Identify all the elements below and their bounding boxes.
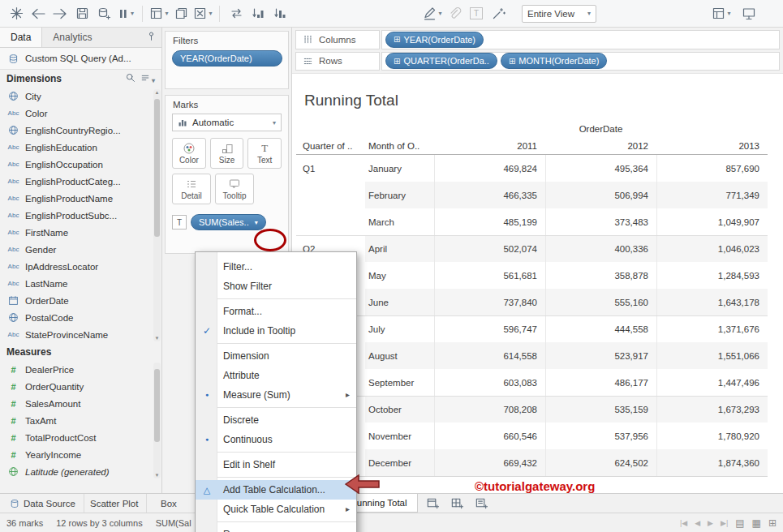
measure-item[interactable]: #OrderQuantity bbox=[0, 378, 161, 395]
redo-icon[interactable] bbox=[50, 3, 70, 24]
show-tabs-icon[interactable]: ⊞ bbox=[768, 517, 777, 529]
menu-item-filter[interactable]: Filter... bbox=[196, 257, 356, 277]
clear-sheet-icon[interactable]: ▾ bbox=[193, 3, 213, 24]
new-dashboard-icon[interactable] bbox=[448, 496, 466, 509]
measure-item[interactable]: #TaxAmt bbox=[0, 412, 161, 429]
value-cell[interactable]: 857,690 bbox=[656, 155, 768, 182]
value-cell[interactable]: 1,046,023 bbox=[656, 236, 768, 262]
filters-shelf[interactable]: YEAR(OrderDate) bbox=[166, 49, 288, 68]
menu-item-format[interactable]: Format... bbox=[196, 302, 356, 321]
quarter-cell[interactable]: Q1 bbox=[296, 155, 365, 182]
value-cell[interactable]: 537,956 bbox=[545, 423, 656, 449]
value-cell[interactable]: 614,558 bbox=[434, 342, 545, 369]
sort-descending-icon[interactable] bbox=[270, 3, 290, 24]
measure-item[interactable]: #YearlyIncome bbox=[0, 446, 161, 463]
datasource-item[interactable]: Custom SQL Query (Ad... bbox=[0, 48, 161, 70]
value-cell[interactable]: 469,824 bbox=[434, 155, 545, 182]
value-cell[interactable]: 444,558 bbox=[545, 316, 656, 342]
measure-item[interactable]: Latitude (generated) bbox=[0, 463, 161, 480]
history-next-icon[interactable]: ▶ bbox=[708, 519, 713, 527]
month-cell[interactable]: December bbox=[365, 449, 434, 476]
filter-pill-year-orderdate[interactable]: YEAR(OrderDate) bbox=[172, 50, 282, 66]
dimension-item[interactable]: AbcEnglishOccupation bbox=[0, 156, 161, 173]
sum-sales-pill[interactable]: SUM(Sales.. ▾ bbox=[191, 214, 266, 230]
view-options-icon[interactable]: ▾ bbox=[140, 73, 155, 85]
undo-icon[interactable] bbox=[28, 3, 48, 24]
new-story-icon[interactable] bbox=[472, 496, 490, 509]
new-datasource-icon[interactable] bbox=[94, 3, 114, 24]
month-cell[interactable]: June bbox=[365, 289, 434, 315]
value-cell[interactable]: 624,502 bbox=[545, 449, 656, 476]
column-header-year[interactable]: 2011 bbox=[434, 141, 545, 151]
value-cell[interactable]: 1,673,293 bbox=[656, 397, 768, 423]
highlight-icon[interactable]: ▾ bbox=[423, 3, 442, 24]
value-cell[interactable]: 708,208 bbox=[434, 397, 545, 423]
mark-type-select[interactable]: Automatic ▾ bbox=[172, 114, 282, 131]
sort-ascending-icon[interactable] bbox=[248, 3, 268, 24]
dimension-item[interactable]: OrderDate bbox=[0, 292, 161, 309]
value-cell[interactable]: 502,074 bbox=[434, 236, 545, 262]
pause-updates-icon[interactable]: ▾ bbox=[116, 3, 136, 24]
value-cell[interactable]: 506,994 bbox=[545, 182, 656, 208]
month-cell[interactable]: May bbox=[365, 262, 434, 289]
month-cell[interactable]: February bbox=[365, 182, 434, 208]
month-cell[interactable]: October bbox=[365, 397, 434, 423]
menu-item-continuous[interactable]: ●Continuous bbox=[196, 430, 356, 449]
new-worksheet-icon[interactable]: ▾ bbox=[149, 3, 169, 24]
value-cell[interactable]: 358,878 bbox=[545, 262, 656, 289]
tab-analytics[interactable]: Analytics bbox=[42, 28, 102, 47]
menu-item-show-filter[interactable]: Show Filter bbox=[196, 277, 356, 296]
history-last-icon[interactable]: ▶| bbox=[721, 519, 728, 527]
value-cell[interactable]: 1,284,593 bbox=[656, 262, 768, 289]
value-cell[interactable]: 1,780,920 bbox=[656, 423, 768, 449]
tab-data[interactable]: Data bbox=[0, 28, 42, 47]
tableau-logo-icon[interactable] bbox=[6, 3, 26, 24]
quarter-cell[interactable] bbox=[296, 182, 365, 208]
value-cell[interactable]: 1,447,496 bbox=[656, 369, 768, 396]
value-cell[interactable]: 603,083 bbox=[434, 369, 545, 396]
scrollbar-thumb[interactable] bbox=[154, 369, 160, 442]
quarter-cell[interactable] bbox=[296, 208, 365, 235]
dimension-item[interactable]: AbcIpAddressLocator bbox=[0, 258, 161, 275]
menu-item-remove[interactable]: Remove bbox=[196, 525, 356, 532]
dimension-item[interactable]: AbcEnglishProductName bbox=[0, 190, 161, 207]
value-cell[interactable]: 485,199 bbox=[434, 208, 545, 235]
dimension-item[interactable]: AbcFirstName bbox=[0, 224, 161, 241]
menu-item-discrete[interactable]: Discrete bbox=[196, 410, 356, 430]
dimension-item[interactable]: AbcColor bbox=[0, 105, 161, 122]
column-field-header[interactable]: OrderDate bbox=[434, 124, 768, 134]
detail-button[interactable]: Detail bbox=[172, 174, 211, 204]
value-cell[interactable]: 561,681 bbox=[434, 262, 545, 289]
label-encoding-icon[interactable]: T bbox=[172, 215, 187, 230]
value-cell[interactable]: 486,177 bbox=[545, 369, 656, 396]
value-cell[interactable]: 1,371,676 bbox=[656, 316, 768, 342]
rows-shelf-fields[interactable]: ⊞QUARTER(OrderDa.. ⊞MONTH(OrderDate) bbox=[381, 52, 780, 71]
month-cell[interactable]: March bbox=[365, 208, 434, 235]
tooltip-button[interactable]: Tooltip bbox=[215, 174, 254, 204]
menu-item-dimension[interactable]: Dimension bbox=[196, 346, 356, 366]
value-cell[interactable]: 1,551,066 bbox=[656, 342, 768, 369]
value-cell[interactable]: 400,336 bbox=[545, 236, 656, 262]
save-icon[interactable] bbox=[72, 3, 92, 24]
show-cards-icon[interactable]: ▾ bbox=[712, 3, 731, 24]
value-cell[interactable]: 523,917 bbox=[545, 342, 656, 369]
dimension-item[interactable]: AbcEnglishProductSubc... bbox=[0, 207, 161, 224]
duplicate-sheet-icon[interactable] bbox=[171, 3, 191, 24]
show-filmstrip-icon[interactable]: ▦ bbox=[752, 517, 761, 529]
value-cell[interactable]: 660,546 bbox=[434, 423, 545, 449]
measures-scrollbar[interactable]: ▼ bbox=[153, 363, 161, 478]
show-labels-icon[interactable]: T bbox=[467, 3, 486, 24]
dimension-item[interactable]: AbcGender bbox=[0, 241, 161, 258]
value-cell[interactable]: 771,349 bbox=[656, 182, 768, 208]
columns-shelf-fields[interactable]: ⊞YEAR(OrderDate) bbox=[381, 30, 780, 49]
color-button[interactable]: Color bbox=[172, 138, 206, 169]
value-cell[interactable]: 466,335 bbox=[434, 182, 545, 208]
history-first-icon[interactable]: |◀ bbox=[680, 519, 687, 527]
scrollbar-thumb[interactable] bbox=[154, 99, 160, 237]
menu-item-edit-in-shelf[interactable]: Edit in Shelf bbox=[196, 455, 356, 474]
history-prev-icon[interactable]: ◀ bbox=[695, 519, 700, 527]
search-icon[interactable] bbox=[125, 72, 136, 85]
menu-item-quick-table-calculation[interactable]: Quick Table Calculation▸ bbox=[196, 500, 356, 519]
value-cell[interactable]: 373,483 bbox=[545, 208, 656, 235]
dimension-item[interactable]: City bbox=[0, 88, 161, 105]
